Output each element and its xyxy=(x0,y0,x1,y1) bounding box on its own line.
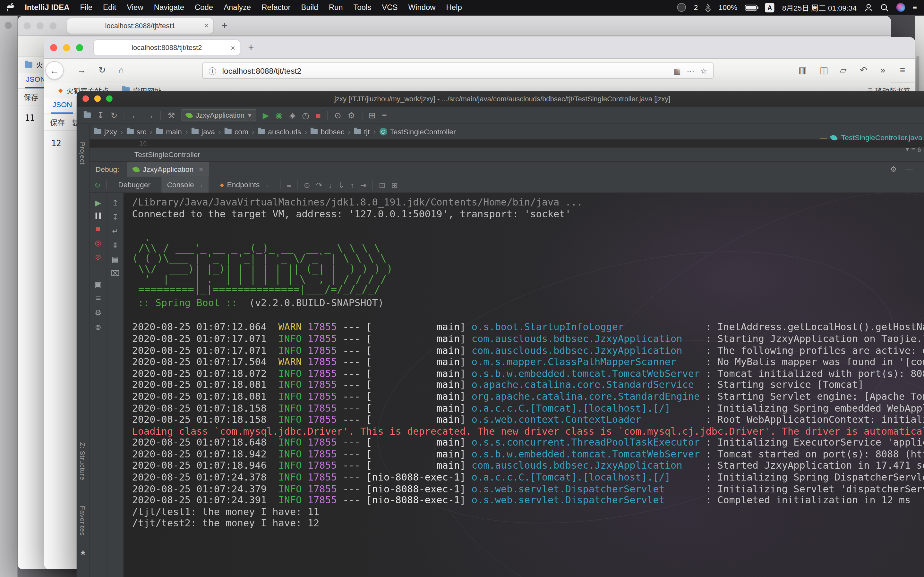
screenshot-button[interactable]: ▱ xyxy=(840,65,846,75)
project-structure-icon[interactable]: ⊞ xyxy=(368,110,376,119)
back-icon[interactable]: ← xyxy=(131,110,140,119)
tab-json[interactable]: JSON xyxy=(51,101,73,113)
tool-window-structure[interactable]: Z: Structure xyxy=(79,442,86,480)
layout-icon[interactable]: ≡ xyxy=(287,181,291,189)
bookmark-item[interactable]: 火 xyxy=(36,60,43,69)
favorites-star-icon[interactable]: ★ xyxy=(79,548,86,557)
close-window-icon[interactable] xyxy=(50,44,57,51)
save-button[interactable]: 保存 xyxy=(23,91,38,103)
menu-view[interactable]: View xyxy=(127,3,143,12)
page-actions-icon[interactable]: ⋯ xyxy=(687,66,694,75)
breadcrumb-item[interactable]: CTestSingleController xyxy=(379,127,456,136)
close-window-icon[interactable] xyxy=(82,95,89,102)
breadcrumb-item[interactable]: com xyxy=(225,127,249,136)
qr-scan-icon[interactable]: ▦ xyxy=(674,66,681,75)
view-options-icon[interactable]: ⊞ xyxy=(391,181,397,189)
run-button[interactable]: ▶ xyxy=(263,110,269,119)
step-into-icon[interactable]: ↓ xyxy=(328,181,332,189)
menu-navigate[interactable]: Navigate xyxy=(154,3,184,12)
overflow-button[interactable]: » xyxy=(880,65,885,75)
layers-icon[interactable]: ≣ xyxy=(95,294,102,303)
pause-button[interactable] xyxy=(95,213,101,219)
breadcrumb-item[interactable]: main xyxy=(156,127,182,136)
tool-window-favorites[interactable]: Favorites xyxy=(79,506,86,536)
url-bar[interactable]: ⓘ localhost:8088/tjt/test2 ▦ ⋯ ☆ xyxy=(202,63,714,79)
zoom-window-icon[interactable] xyxy=(49,22,57,29)
coverage-button[interactable]: ◈ xyxy=(289,110,296,119)
siri-icon[interactable] xyxy=(896,3,905,12)
menu-code[interactable]: Code xyxy=(195,3,213,12)
spotlight-search-icon[interactable] xyxy=(880,3,889,11)
evaluate-expression-icon[interactable]: ⊡ xyxy=(379,181,385,189)
mute-breakpoints-icon[interactable]: ⊘ xyxy=(95,253,102,261)
user-icon[interactable] xyxy=(864,3,873,11)
editor-tab-overflow[interactable]: ▾ ≡ 6 xyxy=(906,145,921,153)
zoom-window-icon[interactable] xyxy=(106,95,113,102)
menu-vcs[interactable]: VCS xyxy=(382,3,397,12)
step-over-icon[interactable]: ↷ xyxy=(316,181,322,189)
breadcrumb-item[interactable]: ausclouds xyxy=(258,127,301,136)
pin-icon[interactable]: ⊚ xyxy=(95,323,102,332)
zoom-window-icon[interactable] xyxy=(76,44,83,51)
search-everywhere-icon[interactable]: ⊙ xyxy=(334,110,341,119)
minimize-window-icon[interactable] xyxy=(63,44,70,51)
scroll-to-end-icon[interactable]: ⇟ xyxy=(112,241,118,250)
notification-center-icon[interactable]: ≡ xyxy=(913,3,917,11)
library-button[interactable]: ▥ xyxy=(798,65,807,75)
close-tab-icon[interactable]: × xyxy=(204,21,208,30)
show-execution-point-icon[interactable]: ⊙ xyxy=(304,181,310,189)
force-step-into-icon[interactable]: ⇓ xyxy=(338,181,344,189)
editor-file-tab[interactable]: — TestSingleController.java xyxy=(820,134,922,142)
run-configuration-select[interactable]: JzxyApplication ▾ xyxy=(182,109,256,121)
new-tab-button[interactable]: + xyxy=(248,42,254,53)
close-icon[interactable]: × xyxy=(199,165,203,173)
rerun-icon[interactable]: ↻ xyxy=(94,181,100,189)
home-button[interactable]: ⌂ xyxy=(118,65,124,75)
soft-wrap-icon[interactable]: ↵ xyxy=(112,227,118,235)
hide-icon[interactable]: — xyxy=(905,165,913,174)
editor-strip[interactable]: 16 xyxy=(89,139,924,148)
resume-button[interactable]: ▶ xyxy=(95,198,101,207)
stop-button[interactable]: ■ xyxy=(96,224,100,234)
menu-refactor[interactable]: Refactor xyxy=(262,3,290,12)
open-icon[interactable] xyxy=(84,113,91,118)
battery-icon[interactable] xyxy=(745,5,758,10)
browser-tab[interactable]: localhost:8088/tjt/test2 × xyxy=(94,40,240,55)
restore-button[interactable]: ↶ xyxy=(860,65,867,75)
reload-button[interactable]: ↻ xyxy=(99,65,106,75)
menu-build[interactable]: Build xyxy=(301,3,318,12)
view-breakpoints-icon[interactable]: ◎ xyxy=(95,239,102,247)
minimize-window-icon[interactable] xyxy=(37,22,44,29)
close-tab-icon[interactable]: × xyxy=(231,43,235,52)
camera-icon[interactable]: ▣ xyxy=(95,280,102,289)
tab-endpoints[interactable]: ◆ Endpoints → xyxy=(215,177,274,193)
forward-icon[interactable]: → xyxy=(146,110,154,119)
menu-help[interactable]: Help xyxy=(446,3,462,12)
menu-analyze[interactable]: Analyze xyxy=(224,3,251,12)
build-hammer-icon[interactable]: ⚒ xyxy=(168,110,175,119)
bookmark-star-icon[interactable]: ☆ xyxy=(700,66,707,75)
back-button[interactable]: ← xyxy=(45,61,63,79)
debug-session-tab[interactable]: JzxyApplication × xyxy=(128,162,209,177)
menu-edit[interactable]: Edit xyxy=(103,3,116,12)
app-menu-button[interactable]: ≡ xyxy=(900,65,905,75)
input-source-icon[interactable]: A xyxy=(765,3,774,12)
clear-console-icon[interactable]: ⌧ xyxy=(111,269,120,278)
app-menu-title[interactable]: IntelliJ IDEA xyxy=(25,3,69,12)
breadcrumb-item[interactable]: jzxy xyxy=(94,127,117,136)
menu-tools[interactable]: Tools xyxy=(354,3,372,12)
editor-tab[interactable]: TestSingleController xyxy=(134,150,200,159)
jump-bottom-icon[interactable]: ↧ xyxy=(112,213,118,221)
menu-file[interactable]: File xyxy=(80,3,92,12)
menu-bar-clock[interactable]: 8月25日 周二 01:09:34 xyxy=(782,2,857,13)
new-tab-button[interactable]: + xyxy=(222,20,228,32)
profiler-button[interactable]: ◷ xyxy=(302,110,309,119)
print-icon[interactable]: ▤ xyxy=(111,255,119,264)
step-out-icon[interactable]: ↑ xyxy=(351,181,354,189)
sidebar-button[interactable]: ◫ xyxy=(820,65,828,75)
sync-icon[interactable]: ↻ xyxy=(111,110,118,119)
settings-gear-icon[interactable]: ⚙ xyxy=(95,308,102,318)
layout-icon[interactable]: ≡ xyxy=(382,110,387,119)
browser-tab[interactable]: localhost:8088/tjt/test1 × xyxy=(67,18,213,33)
debug-button[interactable]: ◉ xyxy=(276,110,283,119)
